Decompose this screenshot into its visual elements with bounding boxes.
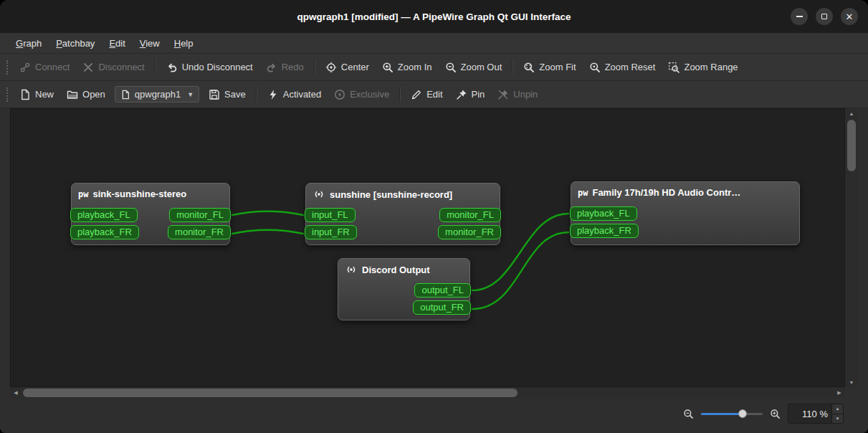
new-label: New bbox=[35, 89, 54, 100]
unpin-label: Unpin bbox=[513, 89, 538, 100]
horizontal-scrollbar[interactable]: ◀ ▶ bbox=[10, 387, 845, 399]
spin-down-button[interactable]: ▼ bbox=[832, 414, 843, 424]
vertical-scroll-track[interactable] bbox=[845, 118, 858, 377]
zoom-range-button[interactable]: Zoom Range bbox=[662, 58, 744, 77]
output-ports: monitor_FL monitor_FR bbox=[168, 208, 231, 239]
port-monitor-fl[interactable]: monitor_FL bbox=[439, 208, 501, 222]
exclusive-button[interactable]: Exclusive bbox=[328, 85, 396, 104]
port-playback-fr[interactable]: playback_FR bbox=[70, 225, 139, 239]
menu-patchbay[interactable]: Patchbay bbox=[49, 35, 102, 52]
exclusive-label: Exclusive bbox=[350, 89, 389, 100]
center-button[interactable]: Center bbox=[319, 58, 376, 77]
port-monitor-fr[interactable]: monitor_FR bbox=[438, 225, 501, 239]
new-document-icon bbox=[19, 89, 31, 100]
zoom-slider[interactable] bbox=[701, 407, 763, 420]
link-monitor-fr-to-input-fr[interactable] bbox=[232, 230, 303, 234]
port-playback-fl[interactable]: playback_FL bbox=[570, 206, 637, 221]
close-button[interactable]: ✕ bbox=[841, 8, 858, 25]
pin-button[interactable]: Pin bbox=[449, 85, 492, 104]
port-output-fr[interactable]: output_FR bbox=[413, 300, 471, 315]
port-monitor-fr[interactable]: monitor_FR bbox=[168, 225, 231, 239]
zoom-in-button[interactable]: Zoom In bbox=[376, 58, 439, 77]
maximize-icon bbox=[821, 14, 827, 19]
redo-button[interactable]: Redo bbox=[259, 58, 310, 77]
scroll-up-arrow[interactable]: ▲ bbox=[846, 108, 857, 118]
menu-bar: Graph Patchbay Edit View Help bbox=[0, 33, 868, 54]
save-button[interactable]: Save bbox=[202, 85, 252, 104]
zoom-range-label: Zoom Range bbox=[684, 62, 738, 72]
save-label: Save bbox=[224, 89, 246, 100]
redo-label: Redo bbox=[282, 62, 304, 72]
pipewire-icon: pw bbox=[78, 189, 88, 199]
zoom-out-icon bbox=[445, 62, 457, 73]
menu-view[interactable]: View bbox=[133, 35, 167, 52]
input-ports: playback_FL playback_FR bbox=[570, 206, 639, 238]
new-button[interactable]: New bbox=[13, 85, 60, 104]
edit-button[interactable]: Edit bbox=[404, 85, 449, 104]
maximize-button[interactable] bbox=[816, 8, 833, 25]
zoom-fit-label: Zoom Fit bbox=[539, 62, 576, 72]
spin-up-button[interactable]: ▲ bbox=[832, 404, 843, 414]
menu-edit[interactable]: Edit bbox=[102, 35, 132, 52]
qpwgraph-window: qpwgraph1 [modified] — A PipeWire Graph … bbox=[0, 0, 868, 433]
zoom-in-icon bbox=[382, 62, 394, 73]
node-sunshine-record[interactable]: sunshine [sunshine-record] input_FL inpu… bbox=[305, 183, 500, 245]
center-icon bbox=[325, 62, 337, 73]
graph-canvas[interactable]: pw sink-sunshine-stereo playback_FL play… bbox=[10, 108, 845, 387]
zoom-spinbox[interactable]: 110 % ▲ ▼ bbox=[788, 404, 844, 424]
port-playback-fl[interactable]: playback_FL bbox=[70, 208, 138, 222]
zoom-slider-handle[interactable] bbox=[738, 409, 747, 418]
zoom-out-icon[interactable] bbox=[683, 409, 694, 419]
toolbar-drag-handle[interactable] bbox=[6, 87, 8, 102]
scroll-down-arrow[interactable]: ▼ bbox=[846, 377, 857, 387]
connect-button[interactable]: Connect bbox=[13, 58, 76, 77]
unpin-button[interactable]: Unpin bbox=[491, 85, 544, 104]
node-family-hd-audio[interactable]: pw Family 17h/19h HD Audio Contr… playba… bbox=[571, 181, 800, 245]
scroll-right-arrow[interactable]: ▶ bbox=[834, 388, 845, 398]
link-monitor-fl-to-input-fl[interactable] bbox=[232, 211, 303, 215]
menu-help[interactable]: Help bbox=[167, 35, 201, 52]
activated-button[interactable]: Activated bbox=[261, 85, 328, 104]
activated-icon bbox=[267, 89, 279, 100]
node-title: sink-sunshine-stereo bbox=[92, 189, 186, 199]
zoom-out-button[interactable]: Zoom Out bbox=[439, 58, 509, 77]
zoom-reset-button[interactable]: Zoom Reset bbox=[583, 58, 662, 77]
exclusive-icon bbox=[334, 89, 345, 100]
toolbar-drag-handle[interactable] bbox=[6, 60, 8, 75]
disconnect-button[interactable]: Disconnect bbox=[76, 58, 151, 77]
undo-icon bbox=[166, 62, 178, 73]
node-sink-sunshine-stereo[interactable]: pw sink-sunshine-stereo playback_FL play… bbox=[71, 183, 230, 245]
pipewire-icon: pw bbox=[578, 188, 588, 198]
horizontal-scroll-handle[interactable] bbox=[23, 389, 518, 397]
scroll-left-arrow[interactable]: ◀ bbox=[10, 388, 22, 398]
node-header: pw sink-sunshine-stereo bbox=[72, 184, 229, 201]
port-playback-fr[interactable]: playback_FR bbox=[570, 224, 639, 238]
pin-icon bbox=[456, 89, 467, 100]
minimize-icon bbox=[796, 16, 803, 17]
port-input-fr[interactable]: input_FR bbox=[305, 225, 357, 239]
menu-graph[interactable]: Graph bbox=[9, 35, 49, 52]
session-combo[interactable]: qpwgraph1 ▼ bbox=[115, 86, 199, 103]
status-bar: 110 % ▲ ▼ bbox=[0, 399, 868, 433]
vertical-scroll-handle[interactable] bbox=[847, 120, 856, 171]
zoom-in-label: Zoom In bbox=[398, 62, 432, 72]
port-input-fl[interactable]: input_FL bbox=[305, 208, 356, 222]
graph-view: pw sink-sunshine-stereo playback_FL play… bbox=[10, 108, 858, 399]
pin-label: Pin bbox=[472, 89, 485, 100]
minimize-button[interactable] bbox=[791, 8, 808, 25]
open-button[interactable]: Open bbox=[60, 85, 112, 104]
zoom-slider-track[interactable] bbox=[701, 413, 763, 415]
disconnect-label: Disconnect bbox=[98, 62, 144, 72]
port-output-fl[interactable]: output_FL bbox=[414, 283, 471, 298]
node-discord-output[interactable]: Discord Output output_FL output_FR bbox=[338, 258, 470, 320]
vertical-scrollbar[interactable]: ▲ ▼ bbox=[845, 108, 858, 387]
toolbar-separator bbox=[314, 60, 315, 75]
undo-disconnect-button[interactable]: Undo Disconnect bbox=[160, 58, 259, 77]
zoom-fit-button[interactable]: Zoom Fit bbox=[517, 58, 582, 77]
horizontal-scroll-track[interactable] bbox=[22, 387, 834, 399]
title-bar[interactable]: qpwgraph1 [modified] — A PipeWire Graph … bbox=[0, 0, 868, 33]
activated-label: Activated bbox=[283, 89, 321, 100]
unpin-icon bbox=[497, 89, 509, 100]
zoom-in-icon[interactable] bbox=[770, 409, 781, 419]
port-monitor-fl[interactable]: monitor_FL bbox=[169, 208, 231, 222]
